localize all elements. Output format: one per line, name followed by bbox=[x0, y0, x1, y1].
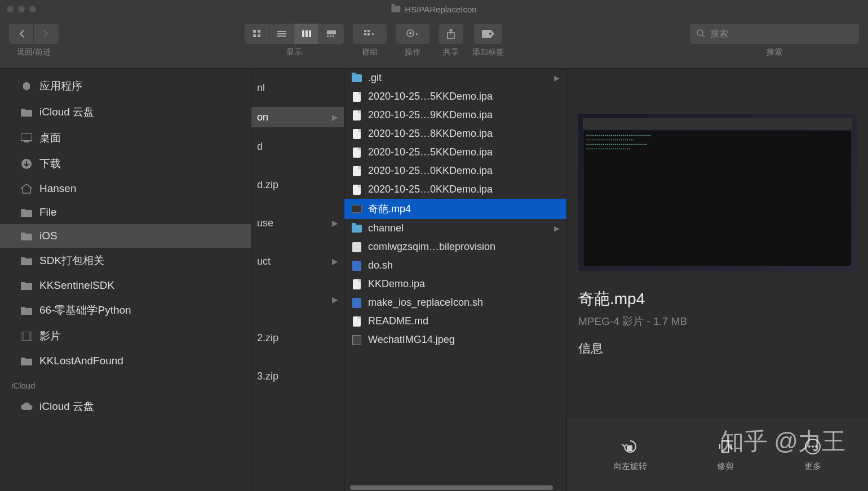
folder-icon bbox=[20, 255, 33, 267]
sidebar-item-label: SDK打包相关 bbox=[39, 253, 104, 268]
file-item-12[interactable]: make_ios_replaceIcon.sh bbox=[344, 293, 566, 312]
file-item-2[interactable]: 2020-10-25…9KKDemo.ipa bbox=[344, 106, 566, 124]
svg-line-23 bbox=[702, 35, 705, 37]
tags-group: 添加标签 bbox=[472, 24, 504, 57]
svg-rect-17 bbox=[367, 33, 370, 35]
view-group: 显示 bbox=[245, 24, 344, 57]
col1-item-2[interactable]: d bbox=[251, 127, 344, 166]
col1-item-label: on bbox=[257, 111, 268, 123]
group-group: 群组 bbox=[353, 24, 387, 57]
tags-button[interactable] bbox=[474, 24, 502, 44]
doc-icon bbox=[351, 166, 362, 177]
toolbar: 返回/前进 显示 群组 操作 共享 添加标签 bbox=[0, 18, 868, 69]
file-item-5[interactable]: 2020-10-25…0KKDemo.ipa bbox=[344, 162, 566, 180]
col1-item-5[interactable]: uct▶ bbox=[251, 242, 344, 280]
action-bar: 向左旋转 修剪 更多 bbox=[567, 418, 868, 491]
share-label: 共享 bbox=[443, 47, 459, 57]
file-item-6[interactable]: 2020-10-25…0KKDemo.ipa bbox=[344, 180, 566, 199]
search-box[interactable] bbox=[690, 24, 859, 44]
back-button[interactable] bbox=[9, 24, 34, 44]
sidebar-item-11[interactable]: KKLostAndFound bbox=[0, 349, 251, 373]
group-button[interactable] bbox=[353, 24, 387, 44]
col1-item-7[interactable]: 2.zip bbox=[251, 319, 344, 357]
svg-rect-8 bbox=[305, 30, 308, 37]
titlebar: HSIPAReplaceIcon bbox=[0, 0, 868, 18]
col1-item-1[interactable]: on▶ bbox=[251, 107, 344, 127]
svg-rect-3 bbox=[258, 34, 260, 37]
minimize-button[interactable] bbox=[18, 6, 25, 12]
view-list-button[interactable] bbox=[269, 24, 294, 44]
sidebar-item-label: 下载 bbox=[39, 157, 61, 171]
search-input[interactable] bbox=[710, 29, 852, 39]
file-item-4[interactable]: 2020-10-25…5KKDemo.ipa bbox=[344, 143, 566, 162]
sidebar-item-4[interactable]: Hansen bbox=[0, 177, 251, 200]
doc-icon bbox=[351, 279, 362, 290]
share-button[interactable] bbox=[439, 24, 463, 44]
forward-button[interactable] bbox=[34, 24, 59, 44]
col1-item-8[interactable]: 3.zip bbox=[251, 357, 344, 395]
chevron-right-icon: ▶ bbox=[554, 74, 560, 82]
scrollbar[interactable] bbox=[344, 485, 564, 490]
col1-item-4[interactable]: use▶ bbox=[251, 204, 344, 242]
sidebar-item-label: 影片 bbox=[39, 329, 61, 343]
folder-icon bbox=[351, 223, 362, 234]
svg-rect-12 bbox=[330, 35, 331, 37]
file-item-label: 奇葩.mp4 bbox=[368, 202, 411, 216]
svg-rect-27 bbox=[21, 332, 32, 341]
sidebar-item-5[interactable]: File bbox=[0, 200, 251, 224]
file-item-14[interactable]: WechatIMG14.jpeg bbox=[344, 331, 566, 349]
svg-rect-7 bbox=[302, 30, 304, 37]
file-item-0[interactable]: .git▶ bbox=[344, 69, 566, 87]
sidebar-item-10[interactable]: 影片 bbox=[0, 323, 251, 349]
sidebar-item-label: 桌面 bbox=[39, 131, 61, 145]
file-item-9[interactable]: comlwgzsqim…bileprovision bbox=[344, 238, 566, 256]
view-icon-button[interactable] bbox=[245, 24, 269, 44]
file-item-11[interactable]: KKDemo.ipa bbox=[344, 275, 566, 293]
file-item-7[interactable]: 奇葩.mp4 bbox=[344, 199, 566, 219]
file-item-8[interactable]: channel▶ bbox=[344, 219, 566, 238]
tags-label: 添加标签 bbox=[472, 47, 504, 57]
svg-rect-1 bbox=[258, 30, 260, 33]
sidebar-item-9[interactable]: 66-零基础学Python bbox=[0, 297, 251, 323]
traffic-lights bbox=[7, 6, 36, 12]
action-button[interactable] bbox=[396, 24, 429, 44]
sidebar-item-2[interactable]: 桌面 bbox=[0, 125, 251, 151]
col1-item-3[interactable]: d.zip bbox=[251, 166, 344, 204]
col1-item-0[interactable]: nl bbox=[251, 69, 344, 107]
svg-rect-31 bbox=[722, 441, 729, 452]
view-gallery-button[interactable] bbox=[319, 24, 344, 44]
sidebar-item-3[interactable]: 下载 bbox=[0, 151, 251, 177]
rotate-left-icon bbox=[621, 438, 639, 456]
sidebar-item-label: iCloud 云盘 bbox=[39, 399, 94, 414]
sidebar-item-0[interactable]: 应用程序 bbox=[0, 73, 251, 99]
file-item-label: do.sh bbox=[368, 260, 393, 271]
sidebar-item-1[interactable]: iCloud 云盘 bbox=[0, 99, 251, 125]
trim-action[interactable]: 修剪 bbox=[716, 438, 734, 472]
maximize-button[interactable] bbox=[29, 6, 36, 12]
nav-group: 返回/前进 bbox=[9, 24, 59, 57]
sidebar-item-8[interactable]: KKSentinelSDK bbox=[0, 274, 251, 297]
sidebar-item-7[interactable]: SDK打包相关 bbox=[0, 248, 251, 274]
sidebar-item-icloud[interactable]: iCloud 云盘 bbox=[0, 394, 251, 419]
close-button[interactable] bbox=[7, 6, 14, 12]
chevron-right-icon: ▶ bbox=[332, 218, 338, 227]
search-group: 搜索 bbox=[690, 24, 859, 57]
file-item-3[interactable]: 2020-10-25…8KKDemo.ipa bbox=[344, 124, 566, 143]
search-icon bbox=[697, 29, 706, 38]
folder-icon bbox=[391, 6, 400, 12]
view-column-button[interactable] bbox=[294, 24, 319, 44]
sidebar-item-6[interactable]: iOS bbox=[0, 224, 251, 248]
svg-point-22 bbox=[697, 30, 703, 35]
file-item-label: comlwgzsqim…bileprovision bbox=[368, 241, 495, 253]
file-item-13[interactable]: README.md bbox=[344, 312, 566, 331]
more-icon bbox=[804, 438, 822, 456]
file-item-10[interactable]: do.sh bbox=[344, 256, 566, 275]
rotate-left-action[interactable]: 向左旋转 bbox=[613, 438, 647, 472]
file-item-1[interactable]: 2020-10-25…5KKDemo.ipa bbox=[344, 87, 566, 106]
sidebar-item-label: iCloud 云盘 bbox=[39, 105, 94, 119]
col1-item-6[interactable]: ▶ bbox=[251, 280, 344, 319]
folder-icon bbox=[20, 304, 33, 316]
sidebar-item-label: KKSentinelSDK bbox=[39, 279, 114, 292]
svg-rect-14 bbox=[364, 30, 366, 32]
more-action[interactable]: 更多 bbox=[804, 438, 822, 472]
